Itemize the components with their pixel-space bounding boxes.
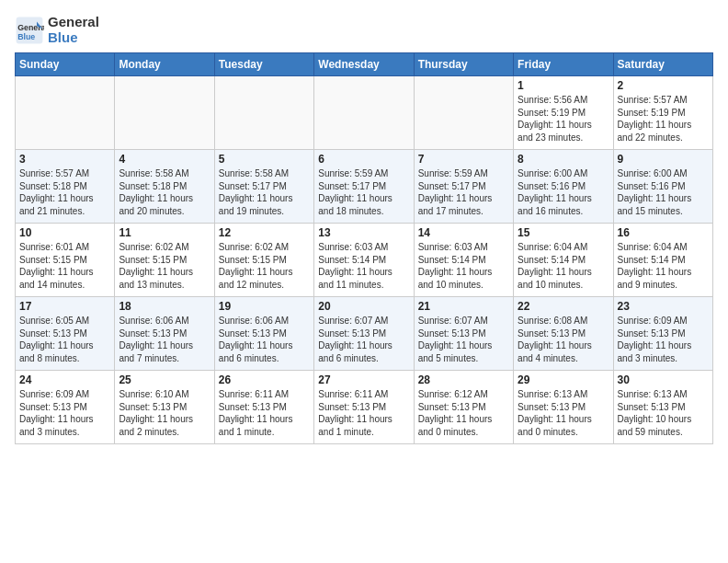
- day-info: Sunrise: 5:57 AM Sunset: 5:19 PM Dayligh…: [618, 94, 709, 144]
- day-info: Sunrise: 6:07 AM Sunset: 5:13 PM Dayligh…: [418, 315, 509, 364]
- calendar-day-12: 12Sunrise: 6:02 AM Sunset: 5:15 PM Dayli…: [214, 224, 313, 297]
- day-number: 27: [318, 373, 409, 386]
- day-number: 2: [618, 79, 709, 92]
- day-number: 15: [518, 226, 609, 239]
- day-info: Sunrise: 6:05 AM Sunset: 5:13 PM Dayligh…: [19, 315, 110, 364]
- calendar-day-23: 23Sunrise: 6:09 AM Sunset: 5:13 PM Dayli…: [613, 297, 712, 371]
- header: General Blue GeneralBlue: [15, 15, 713, 45]
- calendar-day-13: 13Sunrise: 6:03 AM Sunset: 5:14 PM Dayli…: [314, 224, 414, 297]
- weekday-header-sunday: Sunday: [16, 53, 115, 76]
- calendar-day-24: 24Sunrise: 6:09 AM Sunset: 5:13 PM Dayli…: [16, 371, 115, 444]
- calendar-day-30: 30Sunrise: 6:13 AM Sunset: 5:13 PM Dayli…: [613, 371, 712, 444]
- day-info: Sunrise: 5:58 AM Sunset: 5:17 PM Dayligh…: [219, 167, 310, 217]
- day-number: 29: [518, 373, 609, 386]
- calendar-day-5: 5Sunrise: 5:58 AM Sunset: 5:17 PM Daylig…: [214, 150, 313, 224]
- calendar-day-11: 11Sunrise: 6:02 AM Sunset: 5:15 PM Dayli…: [115, 224, 214, 297]
- calendar-day-25: 25Sunrise: 6:10 AM Sunset: 5:13 PM Dayli…: [115, 371, 214, 444]
- calendar-day-26: 26Sunrise: 6:11 AM Sunset: 5:13 PM Dayli…: [214, 371, 313, 444]
- calendar-day-28: 28Sunrise: 6:12 AM Sunset: 5:13 PM Dayli…: [414, 371, 513, 444]
- day-number: 26: [219, 373, 310, 386]
- svg-text:Blue: Blue: [17, 31, 35, 40]
- day-number: 17: [19, 300, 110, 313]
- day-info: Sunrise: 6:02 AM Sunset: 5:15 PM Dayligh…: [219, 241, 310, 291]
- weekday-header-thursday: Thursday: [414, 53, 513, 76]
- weekday-header-monday: Monday: [115, 53, 214, 76]
- calendar: SundayMondayTuesdayWednesdayThursdayFrid…: [15, 52, 713, 444]
- calendar-day-10: 10Sunrise: 6:01 AM Sunset: 5:15 PM Dayli…: [16, 224, 115, 297]
- weekday-header-saturday: Saturday: [613, 53, 712, 76]
- day-number: 22: [518, 300, 609, 313]
- logo-text: GeneralBlue: [48, 15, 99, 45]
- day-number: 21: [418, 300, 509, 313]
- calendar-day-3: 3Sunrise: 5:57 AM Sunset: 5:18 PM Daylig…: [16, 150, 115, 224]
- day-number: 28: [418, 373, 509, 386]
- day-number: 8: [518, 153, 609, 166]
- day-info: Sunrise: 5:58 AM Sunset: 5:18 PM Dayligh…: [119, 167, 210, 217]
- day-number: 24: [19, 373, 110, 386]
- day-number: 18: [119, 300, 210, 313]
- day-info: Sunrise: 6:07 AM Sunset: 5:13 PM Dayligh…: [318, 315, 409, 364]
- day-number: 11: [119, 226, 210, 239]
- calendar-week-row-4: 17Sunrise: 6:05 AM Sunset: 5:13 PM Dayli…: [16, 297, 713, 371]
- day-number: 9: [618, 153, 709, 166]
- day-number: 10: [19, 226, 110, 239]
- day-info: Sunrise: 6:04 AM Sunset: 5:14 PM Dayligh…: [618, 241, 709, 291]
- calendar-day-9: 9Sunrise: 6:00 AM Sunset: 5:16 PM Daylig…: [613, 150, 712, 224]
- day-number: 25: [119, 373, 210, 386]
- logo: General Blue GeneralBlue: [15, 15, 99, 45]
- calendar-empty: [314, 76, 414, 150]
- calendar-day-6: 6Sunrise: 5:59 AM Sunset: 5:17 PM Daylig…: [314, 150, 414, 224]
- day-number: 20: [318, 300, 409, 313]
- calendar-week-row-3: 10Sunrise: 6:01 AM Sunset: 5:15 PM Dayli…: [16, 224, 713, 297]
- calendar-empty: [214, 76, 313, 150]
- day-number: 14: [418, 226, 509, 239]
- day-info: Sunrise: 6:13 AM Sunset: 5:13 PM Dayligh…: [518, 388, 609, 438]
- calendar-empty: [115, 76, 214, 150]
- day-info: Sunrise: 5:59 AM Sunset: 5:17 PM Dayligh…: [418, 167, 509, 217]
- day-info: Sunrise: 6:13 AM Sunset: 5:13 PM Dayligh…: [618, 388, 709, 438]
- day-info: Sunrise: 6:08 AM Sunset: 5:13 PM Dayligh…: [518, 315, 609, 364]
- calendar-day-7: 7Sunrise: 5:59 AM Sunset: 5:17 PM Daylig…: [414, 150, 513, 224]
- day-info: Sunrise: 6:06 AM Sunset: 5:13 PM Dayligh…: [219, 315, 310, 364]
- day-number: 23: [618, 300, 709, 313]
- calendar-day-16: 16Sunrise: 6:04 AM Sunset: 5:14 PM Dayli…: [613, 224, 712, 297]
- calendar-day-29: 29Sunrise: 6:13 AM Sunset: 5:13 PM Dayli…: [514, 371, 613, 444]
- day-info: Sunrise: 6:01 AM Sunset: 5:15 PM Dayligh…: [19, 241, 110, 291]
- weekday-header-row: SundayMondayTuesdayWednesdayThursdayFrid…: [16, 53, 713, 76]
- day-info: Sunrise: 6:10 AM Sunset: 5:13 PM Dayligh…: [119, 388, 210, 438]
- day-number: 3: [19, 153, 110, 166]
- calendar-day-22: 22Sunrise: 6:08 AM Sunset: 5:13 PM Dayli…: [514, 297, 613, 371]
- weekday-header-friday: Friday: [514, 53, 613, 76]
- day-info: Sunrise: 6:09 AM Sunset: 5:13 PM Dayligh…: [618, 315, 709, 364]
- day-number: 16: [618, 226, 709, 239]
- day-info: Sunrise: 6:03 AM Sunset: 5:14 PM Dayligh…: [318, 241, 409, 291]
- calendar-day-1: 1Sunrise: 5:56 AM Sunset: 5:19 PM Daylig…: [514, 76, 613, 150]
- calendar-day-14: 14Sunrise: 6:03 AM Sunset: 5:14 PM Dayli…: [414, 224, 513, 297]
- day-info: Sunrise: 6:11 AM Sunset: 5:13 PM Dayligh…: [318, 388, 409, 438]
- calendar-day-4: 4Sunrise: 5:58 AM Sunset: 5:18 PM Daylig…: [115, 150, 214, 224]
- calendar-day-15: 15Sunrise: 6:04 AM Sunset: 5:14 PM Dayli…: [514, 224, 613, 297]
- day-info: Sunrise: 5:57 AM Sunset: 5:18 PM Dayligh…: [19, 167, 110, 217]
- calendar-day-21: 21Sunrise: 6:07 AM Sunset: 5:13 PM Dayli…: [414, 297, 513, 371]
- day-info: Sunrise: 5:56 AM Sunset: 5:19 PM Dayligh…: [518, 94, 609, 144]
- calendar-week-row-1: 1Sunrise: 5:56 AM Sunset: 5:19 PM Daylig…: [16, 76, 713, 150]
- calendar-week-row-2: 3Sunrise: 5:57 AM Sunset: 5:18 PM Daylig…: [16, 150, 713, 224]
- calendar-day-27: 27Sunrise: 6:11 AM Sunset: 5:13 PM Dayli…: [314, 371, 414, 444]
- day-number: 6: [318, 153, 409, 166]
- calendar-week-row-5: 24Sunrise: 6:09 AM Sunset: 5:13 PM Dayli…: [16, 371, 713, 444]
- day-info: Sunrise: 5:59 AM Sunset: 5:17 PM Dayligh…: [318, 167, 409, 217]
- weekday-header-tuesday: Tuesday: [214, 53, 313, 76]
- calendar-day-8: 8Sunrise: 6:00 AM Sunset: 5:16 PM Daylig…: [514, 150, 613, 224]
- calendar-empty: [414, 76, 513, 150]
- calendar-day-2: 2Sunrise: 5:57 AM Sunset: 5:19 PM Daylig…: [613, 76, 712, 150]
- calendar-day-20: 20Sunrise: 6:07 AM Sunset: 5:13 PM Dayli…: [314, 297, 414, 371]
- day-number: 1: [518, 79, 609, 92]
- day-number: 13: [318, 226, 409, 239]
- day-info: Sunrise: 6:04 AM Sunset: 5:14 PM Dayligh…: [518, 241, 609, 291]
- day-number: 30: [618, 373, 709, 386]
- day-info: Sunrise: 6:03 AM Sunset: 5:14 PM Dayligh…: [418, 241, 509, 291]
- day-info: Sunrise: 6:11 AM Sunset: 5:13 PM Dayligh…: [219, 388, 310, 438]
- calendar-day-18: 18Sunrise: 6:06 AM Sunset: 5:13 PM Dayli…: [115, 297, 214, 371]
- calendar-empty: [16, 76, 115, 150]
- day-info: Sunrise: 6:02 AM Sunset: 5:15 PM Dayligh…: [119, 241, 210, 291]
